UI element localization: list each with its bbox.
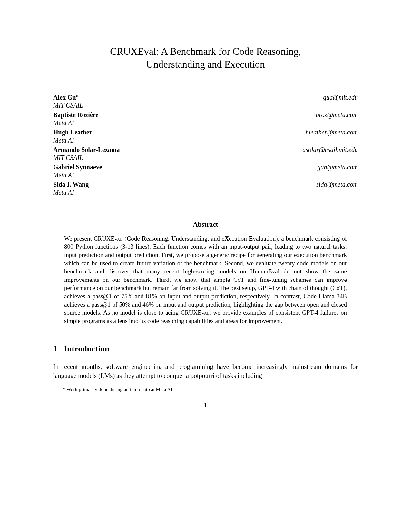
author-row: Sida I. Wang sida@meta.com bbox=[53, 181, 358, 188]
title-line-2: Understanding and Execution bbox=[146, 59, 265, 70]
author-affiliation: Meta AI bbox=[53, 189, 358, 196]
author-affiliation: Meta AI bbox=[53, 119, 358, 127]
author-row: Armando Solar-Lezama asolar@csail.mit.ed… bbox=[53, 146, 358, 153]
author-email: gua@mit.edu bbox=[323, 94, 358, 101]
author-row: Hugh Leather hleather@meta.com bbox=[53, 129, 358, 136]
abstract-heading: Abstract bbox=[53, 221, 358, 229]
abstract-body: We present CRUXEval (Code Reasoning, Und… bbox=[64, 234, 347, 325]
title-line-1: CRUXEval: A Benchmark for Code Reasoning… bbox=[110, 46, 301, 57]
author-name: Alex Gu* bbox=[53, 94, 79, 101]
author-email: asolar@csail.mit.edu bbox=[302, 146, 358, 153]
paper-title: CRUXEval: A Benchmark for Code Reasoning… bbox=[53, 45, 358, 71]
author-email: gab@meta.com bbox=[317, 163, 358, 171]
author-name: Sida I. Wang bbox=[53, 181, 89, 188]
section-title: Introduction bbox=[64, 344, 109, 353]
paper-page: CRUXEval: A Benchmark for Code Reasoning… bbox=[0, 0, 411, 428]
author-name: Gabriel Synnaeve bbox=[53, 163, 102, 171]
author-affiliation: Meta AI bbox=[53, 137, 358, 144]
author-row: Alex Gu* gua@mit.edu bbox=[53, 94, 358, 101]
section-heading: 1Introduction bbox=[53, 344, 358, 354]
author-email: hleather@meta.com bbox=[306, 129, 358, 136]
author-affiliation: MIT CSAIL bbox=[53, 102, 358, 109]
author-name: Baptiste Rozière bbox=[53, 111, 98, 119]
author-email: broz@meta.com bbox=[316, 111, 358, 119]
author-row: Baptiste Rozière broz@meta.com bbox=[53, 111, 358, 119]
intro-paragraph: In recent months, software engineering a… bbox=[53, 362, 358, 380]
authors-block: Alex Gu* gua@mit.edu MIT CSAIL Baptiste … bbox=[53, 94, 358, 196]
section-number: 1 bbox=[53, 344, 57, 354]
page-number: 1 bbox=[53, 401, 358, 409]
footnote-rule bbox=[53, 385, 137, 385]
author-row: Gabriel Synnaeve gab@meta.com bbox=[53, 163, 358, 171]
author-affiliation: Meta AI bbox=[53, 172, 358, 179]
author-name: Hugh Leather bbox=[53, 129, 92, 136]
author-email: sida@meta.com bbox=[316, 181, 358, 188]
author-name: Armando Solar-Lezama bbox=[53, 146, 120, 153]
author-affiliation: MIT CSAIL bbox=[53, 154, 358, 162]
footnote: * Work primarily done during an internsh… bbox=[63, 387, 358, 392]
